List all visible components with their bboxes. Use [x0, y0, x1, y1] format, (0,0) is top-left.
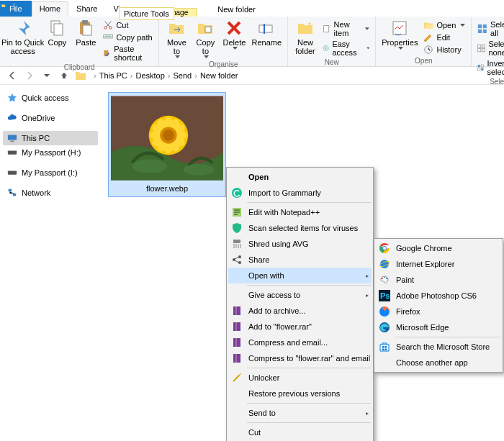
nav-this-pc[interactable]: This PC	[3, 131, 98, 145]
nav-onedrive[interactable]: OneDrive	[3, 111, 98, 125]
chevron-down-icon	[233, 47, 238, 50]
history-button[interactable]: History	[420, 44, 468, 55]
svg-rect-17	[483, 24, 487, 28]
svg-rect-22	[478, 49, 481, 52]
ctx-scan[interactable]: Scan selected items for viruses	[228, 220, 372, 236]
svg-rect-27	[481, 68, 483, 71]
svg-rect-53	[233, 322, 240, 331]
cut-button[interactable]: Cut	[100, 19, 156, 31]
scissors-icon	[103, 20, 113, 30]
paste-button[interactable]: Paste	[71, 18, 100, 48]
chevron-right-icon: ›	[130, 71, 133, 80]
svg-rect-24	[478, 65, 480, 67]
ctx-add-archive[interactable]: Add to archive...	[228, 303, 372, 319]
qat-overflow-icon[interactable]	[9, 3, 10, 9]
nav-network[interactable]: Network	[3, 186, 98, 200]
window-title: New folder	[210, 3, 263, 17]
openwith-store[interactable]: Search the Microsoft Store	[376, 339, 501, 355]
svg-rect-48	[233, 240, 240, 243]
ctx-add-flower[interactable]: Add to "flower.rar"	[228, 319, 372, 335]
openwith-edge[interactable]: Microsoft Edge	[376, 319, 501, 335]
openwith-photoshop[interactable]: PsAdobe Photoshop CS6	[376, 288, 501, 304]
forward-button[interactable]	[23, 69, 36, 82]
ribbon-group-clipboard: Pin to Quickaccess Copy Paste Cut Copy p…	[0, 17, 159, 66]
star-icon	[7, 93, 17, 103]
copy-to-button[interactable]: Copyto	[191, 18, 220, 60]
ctx-notepadpp[interactable]: Edit with Notepad++	[228, 204, 372, 220]
open-button[interactable]: Open	[420, 19, 468, 31]
ctx-shred[interactable]: Shred using AVG	[228, 236, 372, 252]
ctx-open[interactable]: Open	[228, 169, 372, 185]
recent-locations-button[interactable]	[40, 69, 53, 82]
copy-path-button[interactable]: Copy path	[100, 32, 156, 43]
invert-selection-icon	[477, 63, 484, 73]
chevron-down-icon	[366, 47, 370, 50]
nav-quick-access[interactable]: Quick access	[3, 91, 98, 105]
properties-button[interactable]: Properties	[379, 18, 420, 51]
context-tab-picture-tools[interactable]: Picture Tools	[119, 7, 174, 20]
svg-rect-20	[478, 45, 481, 47]
svg-point-63	[386, 278, 387, 279]
tab-home[interactable]: Home	[32, 1, 68, 17]
up-button[interactable]	[58, 69, 71, 82]
paste-shortcut-button[interactable]: Paste shortcut	[100, 44, 156, 63]
svg-rect-68	[382, 346, 384, 348]
new-folder-button[interactable]: Newfolder	[291, 18, 320, 57]
breadcrumb-seg[interactable]: Desktop	[134, 70, 166, 81]
select-all-button[interactable]: Select all	[474, 19, 504, 38]
ctx-unlocker[interactable]: Unlocker	[228, 370, 372, 386]
tab-share[interactable]: Share	[68, 1, 105, 17]
chevron-right-icon: ▸	[366, 410, 369, 417]
svg-rect-70	[382, 349, 384, 351]
breadcrumb-seg[interactable]: This PC	[98, 70, 129, 81]
move-to-button[interactable]: Moveto	[162, 18, 191, 60]
back-button[interactable]	[6, 69, 19, 82]
copy-button[interactable]: Copy	[42, 18, 71, 48]
svg-rect-4	[83, 25, 91, 35]
openwith-paint[interactable]: Paint	[376, 272, 501, 288]
ctx-compress-flower-email[interactable]: Compress to "flower.rar" and email	[228, 350, 372, 366]
openwith-chrome[interactable]: Google Chrome	[376, 240, 501, 256]
history-icon	[423, 45, 433, 55]
ctx-restore[interactable]: Restore previous versions	[228, 386, 372, 401]
ctx-open-with[interactable]: Open with▸	[228, 268, 372, 283]
notepadpp-icon	[231, 206, 243, 218]
paint-icon	[379, 274, 390, 286]
openwith-firefox[interactable]: Firefox	[376, 304, 501, 319]
pin-to-quick-access-button[interactable]: Pin to Quickaccess	[3, 18, 42, 57]
ctx-grammarly[interactable]: Import to Grammarly	[228, 185, 372, 201]
ctx-share[interactable]: Share	[228, 252, 372, 268]
breadcrumb[interactable]: › This PC › Desktop › Send › New folder	[94, 70, 239, 81]
easy-access-button[interactable]: Easy access	[320, 39, 372, 58]
file-name-label: flower.webp	[111, 181, 223, 194]
svg-rect-32	[9, 189, 12, 192]
openwith-ie[interactable]: Internet Explorer	[376, 256, 501, 272]
breadcrumb-seg[interactable]: Send	[172, 70, 194, 81]
shield-icon	[231, 222, 243, 234]
svg-rect-31	[8, 171, 17, 174]
nav-passport-i[interactable]: My Passport (I:)	[3, 165, 98, 180]
svg-point-59	[380, 260, 389, 268]
file-item-flower[interactable]: flower.webp	[108, 92, 226, 197]
svg-rect-10	[259, 25, 272, 32]
ctx-compress-email[interactable]: Compress and email...	[228, 335, 372, 350]
svg-rect-16	[478, 24, 482, 28]
edit-button[interactable]: Edit	[420, 32, 468, 43]
ctx-cut[interactable]: Cut	[228, 424, 372, 440]
breadcrumb-seg[interactable]: New folder	[199, 70, 240, 81]
svg-rect-3	[82, 20, 88, 24]
drive-icon	[7, 168, 17, 178]
openwith-choose[interactable]: Choose another app	[376, 355, 501, 370]
select-none-button[interactable]: Select none	[474, 39, 504, 58]
new-item-button[interactable]: New item	[320, 19, 372, 38]
svg-rect-55	[233, 354, 240, 363]
svg-rect-28	[8, 135, 17, 140]
chevron-down-icon	[175, 55, 180, 58]
nav-passport-h[interactable]: My Passport (H:)	[3, 145, 98, 160]
ctx-give-access[interactable]: Give access to▸	[228, 287, 372, 303]
svg-rect-30	[8, 150, 17, 154]
ctx-send-to[interactable]: Send to▸	[228, 405, 372, 421]
delete-button[interactable]: Delete	[220, 18, 248, 51]
rename-button[interactable]: Rename	[248, 18, 284, 48]
invert-selection-button[interactable]: Invert selection	[474, 58, 504, 77]
